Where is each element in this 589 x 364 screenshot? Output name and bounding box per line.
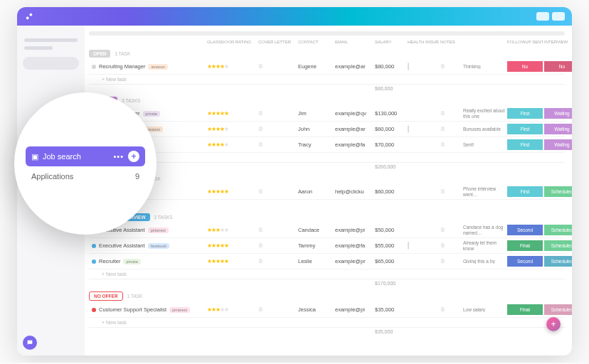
list-applications[interactable]: Applications 9 <box>26 166 145 181</box>
cover-letter-icon[interactable]: 🗎 <box>258 126 297 132</box>
new-task-button[interactable]: + New task <box>89 153 565 162</box>
rating-stars[interactable]: ★★★★★ <box>207 227 257 233</box>
cover-letter-icon[interactable]: 🗎 <box>258 306 297 313</box>
status-dot-icon <box>92 259 96 264</box>
interview-status[interactable]: Waiting <box>544 108 572 119</box>
chat-fab[interactable] <box>23 336 37 350</box>
health-insurance-checkbox[interactable] <box>408 242 409 250</box>
task-title: Recruiting Manager <box>99 63 145 70</box>
salary-subtotal: $170,000 <box>375 281 406 286</box>
cover-letter-icon[interactable]: 🗎 <box>258 258 297 264</box>
list-label: Applications <box>31 172 73 181</box>
rating-stars[interactable]: ★★★★★ <box>207 242 257 249</box>
interview-status[interactable]: Waiting <box>544 124 572 134</box>
column-header: COVER LETTER <box>258 40 297 44</box>
followup-status[interactable]: Final <box>507 304 543 315</box>
company-tag[interactable]: pinterest <box>169 307 190 313</box>
company-tag[interactable]: private <box>123 259 141 264</box>
table-row[interactable]: Recruiterprivate★★★★★🗎Leslieexample@pr$6… <box>89 254 565 269</box>
rating-stars[interactable]: ★★★★★ <box>207 110 257 117</box>
health-insurance-checkbox[interactable] <box>408 125 409 133</box>
followup-status[interactable]: Second <box>507 225 543 235</box>
group-header[interactable]: IN PERSON INTERVIEW3 TASKS <box>89 213 565 221</box>
new-task-button[interactable]: + New task <box>89 269 565 279</box>
topbar-pill[interactable] <box>552 12 565 21</box>
notes-icon[interactable]: 🗎 <box>440 126 462 132</box>
new-task-button[interactable]: + New task <box>89 200 565 209</box>
notes-icon[interactable]: 🗎 <box>440 242 462 249</box>
table-row[interactable]: Customer Support Specialistpinterest★★★★… <box>89 302 565 318</box>
cover-letter-icon[interactable]: 🗎 <box>258 110 297 117</box>
company-tag[interactable]: private <box>143 111 161 117</box>
notes-icon[interactable]: 🗎 <box>440 306 462 313</box>
followup-status[interactable]: First <box>507 186 543 197</box>
cover-letter-icon[interactable]: 🗎 <box>258 141 297 148</box>
status-badge[interactable]: OPEN <box>89 50 110 58</box>
notes-icon[interactable]: 🗎 <box>440 188 462 195</box>
company-tag[interactable]: facebook <box>148 243 169 249</box>
followup-status[interactable]: Second <box>507 256 543 267</box>
table-row[interactable]: Executive Assistantpinterest★★★★★🗎Candac… <box>89 223 565 238</box>
cover-letter-icon[interactable]: 🗎 <box>258 242 297 249</box>
folder-job-search[interactable]: ▣ Job search ••• + <box>26 146 145 166</box>
followup-status[interactable]: Final <box>507 240 543 251</box>
company-tag[interactable]: amazon <box>148 64 168 70</box>
main-content: GLASSDOOR RATINGCOVER LETTERCONTACTEMAIL… <box>85 26 572 355</box>
interview-status[interactable]: Scheduled <box>544 304 572 315</box>
rating-stars[interactable]: ★★★★★ <box>207 126 257 132</box>
interview-status[interactable]: Scheduled <box>544 256 572 267</box>
table-row[interactable]: Executive Assistantfacebook★★★★★🗎Tammyex… <box>89 238 565 254</box>
status-dot-icon <box>92 308 96 312</box>
task-title: Customer Support Specialist <box>99 306 166 313</box>
group-header[interactable]: NO OFFER1 TASK <box>89 291 565 301</box>
company-tag[interactable]: pinterest <box>148 228 169 233</box>
notes-icon[interactable]: 🗎 <box>440 258 462 264</box>
new-task-button[interactable]: + New task <box>89 75 565 84</box>
clickup-logo-icon <box>24 11 34 21</box>
followup-status[interactable]: First <box>507 139 543 150</box>
notes-icon[interactable]: 🗎 <box>440 63 462 70</box>
interview-status[interactable]: Scheduled <box>544 225 572 235</box>
notes-icon[interactable]: 🗎 <box>440 110 462 117</box>
add-list-button[interactable]: + <box>128 151 139 162</box>
more-icon[interactable]: ••• <box>113 152 124 161</box>
rating-stars[interactable]: ★★★★★ <box>207 258 257 264</box>
group-subtotal: $260,000 <box>89 162 565 171</box>
followup-status[interactable]: No <box>507 61 543 72</box>
interview-status[interactable]: Waiting <box>544 139 572 150</box>
interview-status[interactable]: Scheduled <box>544 240 572 251</box>
sidebar-search[interactable] <box>23 57 79 70</box>
task-title: Executive Assistant <box>99 242 145 249</box>
group-header[interactable]: APPLIED3 TASKS <box>89 97 565 105</box>
cover-letter-icon[interactable]: 🗎 <box>258 63 297 70</box>
column-header: INTERVIEW <box>544 40 572 44</box>
topbar-pill[interactable] <box>536 12 549 21</box>
column-header: HEALTH INSURANCE <box>408 40 439 44</box>
health-insurance-checkbox[interactable] <box>408 63 409 70</box>
rating-stars[interactable]: ★★★★★ <box>207 306 257 313</box>
notes-icon[interactable]: 🗎 <box>440 227 462 233</box>
cover-letter-icon[interactable]: 🗎 <box>258 188 297 195</box>
rating-stars[interactable]: ★★★★★ <box>207 141 257 148</box>
contact-name: Jim <box>298 110 334 117</box>
add-fab[interactable]: + <box>546 317 561 331</box>
rating-stars[interactable]: ★★★★★ <box>207 63 257 70</box>
contact-name: Tammy <box>298 242 334 249</box>
table-row[interactable]: Recruiting Manageramazon★★★★★🗎Eugeneexam… <box>89 59 565 75</box>
notes-icon[interactable]: 🗎 <box>440 141 462 148</box>
status-badge[interactable]: NO OFFER <box>89 291 123 301</box>
rating-stars[interactable]: ★★★★★ <box>207 188 257 195</box>
group-header[interactable]: OPEN1 TASK <box>89 50 565 58</box>
interview-status[interactable]: No <box>544 61 572 72</box>
table-row[interactable]: Recruiterfacebook★★★★★🗎Tracyexample@fa$7… <box>89 137 565 153</box>
table-row[interactable]: Product Managerprivate★★★★★🗎Jimexample@q… <box>89 106 565 122</box>
task-count: 1 TASK <box>115 51 130 56</box>
new-task-button[interactable]: + New task <box>89 318 565 327</box>
table-row[interactable]: Recruiterclickup★★★★★🗎Aaronhelp@clicku$6… <box>89 184 565 200</box>
cover-letter-icon[interactable]: 🗎 <box>258 227 297 233</box>
followup-status[interactable]: First <box>507 108 543 119</box>
interview-status[interactable]: Scheduled <box>544 186 572 197</box>
group-header[interactable]: PHONE INTERVIEW1 TASK <box>89 175 565 183</box>
followup-status[interactable]: First <box>507 124 543 134</box>
table-row[interactable]: Account Manageramazon★★★★★🗎Johnexample@a… <box>89 122 565 137</box>
